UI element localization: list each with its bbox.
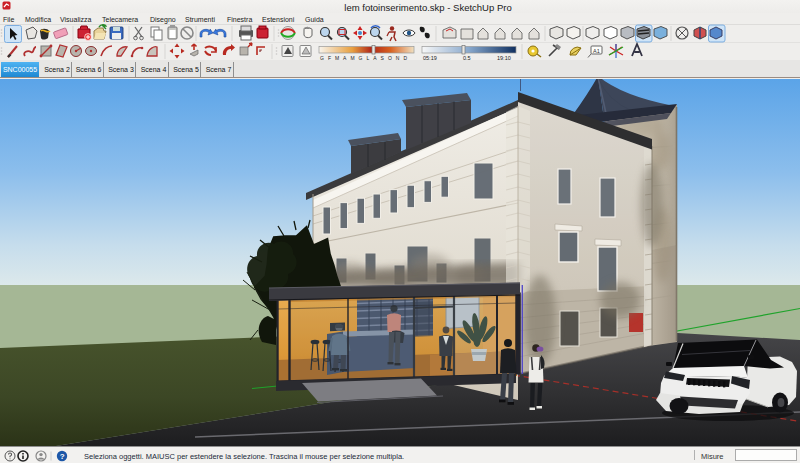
svg-text:A1: A1 xyxy=(593,48,600,54)
svg-text:?: ? xyxy=(60,451,65,460)
svg-text:GFMAMGLASOND: GFMAMGLASOND xyxy=(320,55,411,61)
svg-text:05:19: 05:19 xyxy=(423,55,437,61)
svg-text:0.5: 0.5 xyxy=(463,55,471,61)
svg-text:19:10: 19:10 xyxy=(497,55,511,61)
